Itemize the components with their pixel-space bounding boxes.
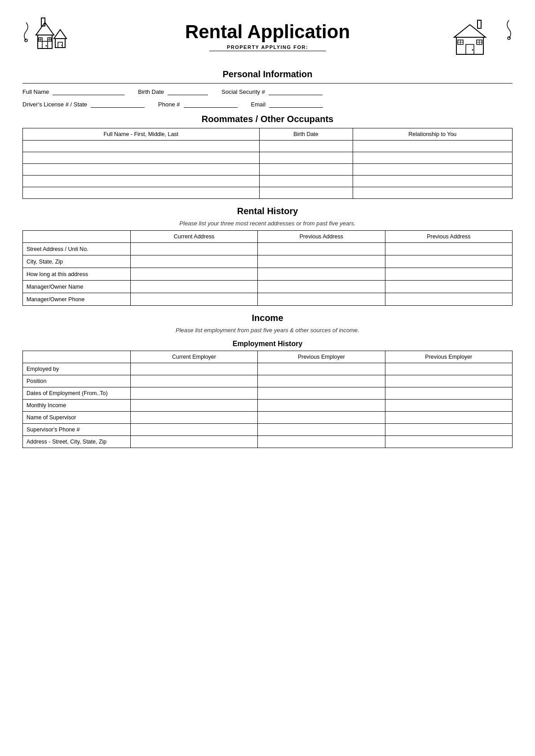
row-label-2: How long at this address	[23, 268, 131, 281]
social-security-label: Social Security #	[221, 88, 265, 95]
svg-rect-13	[58, 42, 62, 48]
rental-col-current: Current Address	[130, 231, 257, 243]
phone-field: Phone #	[158, 100, 237, 108]
table-row	[23, 152, 513, 164]
roommates-col-birthdate: Birth Date	[259, 128, 353, 141]
right-house-icon	[450, 13, 513, 63]
table-row: Employed by	[23, 363, 513, 375]
svg-marker-11	[54, 30, 66, 39]
page-title: Rental Application	[85, 21, 450, 43]
rental-history-subtitle: Please list your three most recent addre…	[22, 220, 513, 227]
rental-col-empty	[23, 231, 131, 243]
emp-row-label-4: Name of Supervisor	[23, 412, 131, 424]
emp-row-label-1: Position	[23, 375, 131, 387]
left-house-icon	[22, 13, 85, 63]
phone-label: Phone #	[158, 101, 180, 108]
roommates-title: Roommates / Other Occupants	[22, 114, 513, 124]
rental-history-table: Current Address Previous Address Previou…	[22, 230, 513, 306]
roommates-col-name: Full Name - First, Middle, Last	[23, 128, 260, 141]
table-row: City, State, Zip	[23, 255, 513, 268]
table-row: Manager/Owner Name	[23, 281, 513, 293]
income-subtitle: Please list employment from past five ye…	[22, 327, 513, 334]
header-center: Rental Application PROPERTY APPLYING FOR…	[85, 21, 450, 56]
social-security-input[interactable]	[269, 87, 323, 95]
page-header: Rental Application PROPERTY APPLYING FOR…	[22, 13, 513, 63]
emp-row-label-2: Dates of Employment (From..To)	[23, 387, 131, 400]
svg-point-26	[472, 49, 473, 51]
info-row-2: Driver's License # / State Phone # Email	[22, 100, 513, 108]
divider-personal	[22, 83, 513, 84]
emp-row-label-3: Monthly Income	[23, 400, 131, 412]
emp-row-label-5: Supervisor's Phone #	[23, 424, 131, 436]
table-row: Position	[23, 375, 513, 387]
birth-date-label: Birth Date	[138, 88, 164, 95]
svg-rect-2	[38, 35, 52, 48]
property-label: PROPERTY APPLYING FOR:	[85, 44, 450, 50]
drivers-license-field: Driver's License # / State	[22, 100, 145, 108]
svg-point-10	[46, 45, 47, 47]
full-name-field: Full Name	[22, 87, 124, 95]
row-label-4: Manager/Owner Phone	[23, 293, 131, 306]
emp-row-label-0: Employed by	[23, 363, 131, 375]
drivers-license-input[interactable]	[91, 100, 145, 108]
rental-history-title: Rental History	[22, 206, 513, 216]
svg-point-14	[61, 45, 62, 46]
birth-date-field: Birth Date	[138, 87, 208, 95]
row-label-1: City, State, Zip	[23, 255, 131, 268]
email-label: Email	[251, 101, 266, 108]
property-line	[209, 51, 326, 51]
table-row: Name of Supervisor	[23, 412, 513, 424]
table-row	[23, 187, 513, 199]
full-name-input[interactable]	[53, 87, 124, 95]
drivers-license-label: Driver's License # / State	[22, 101, 87, 108]
table-row	[23, 176, 513, 187]
table-row	[23, 141, 513, 152]
phone-input[interactable]	[184, 100, 238, 108]
emp-col-prev1: Previous Employer	[258, 351, 385, 363]
employment-history-table: Current Employer Previous Employer Previ…	[22, 351, 513, 448]
table-row: How long at this address	[23, 268, 513, 281]
income-title: Income	[22, 313, 513, 323]
table-row: Dates of Employment (From..To)	[23, 387, 513, 400]
row-label-0: Street Address / Unit No.	[23, 243, 131, 255]
personal-info-section: Full Name Birth Date Social Security # D…	[22, 87, 513, 108]
svg-rect-16	[478, 20, 481, 28]
svg-rect-3	[42, 41, 48, 48]
row-label-3: Manager/Owner Name	[23, 281, 131, 293]
full-name-label: Full Name	[22, 88, 49, 95]
table-row: Street Address / Unit No.	[23, 243, 513, 255]
info-row-1: Full Name Birth Date Social Security #	[22, 87, 513, 95]
emp-row-label-6: Address - Street, City, State, Zip	[23, 436, 131, 448]
roommates-col-relationship: Relationship to You	[353, 128, 512, 141]
employment-history-title: Employment History	[22, 340, 513, 348]
roommates-table: Full Name - First, Middle, Last Birth Da…	[22, 128, 513, 199]
emp-col-empty	[23, 351, 131, 363]
rental-col-prev2: Previous Address	[385, 231, 512, 243]
emp-col-prev2: Previous Employer	[385, 351, 512, 363]
svg-rect-12	[55, 39, 65, 48]
table-row: Monthly Income	[23, 400, 513, 412]
rental-col-prev1: Previous Address	[258, 231, 385, 243]
birth-date-input[interactable]	[168, 87, 208, 95]
emp-col-current: Current Employer	[130, 351, 257, 363]
table-row: Manager/Owner Phone	[23, 293, 513, 306]
email-input[interactable]	[269, 100, 323, 108]
social-security-field: Social Security #	[221, 87, 323, 95]
table-row: Address - Street, City, State, Zip	[23, 436, 513, 448]
table-row: Supervisor's Phone #	[23, 424, 513, 436]
personal-info-title: Personal Information	[22, 69, 513, 79]
email-field: Email	[251, 100, 323, 108]
table-row	[23, 164, 513, 176]
